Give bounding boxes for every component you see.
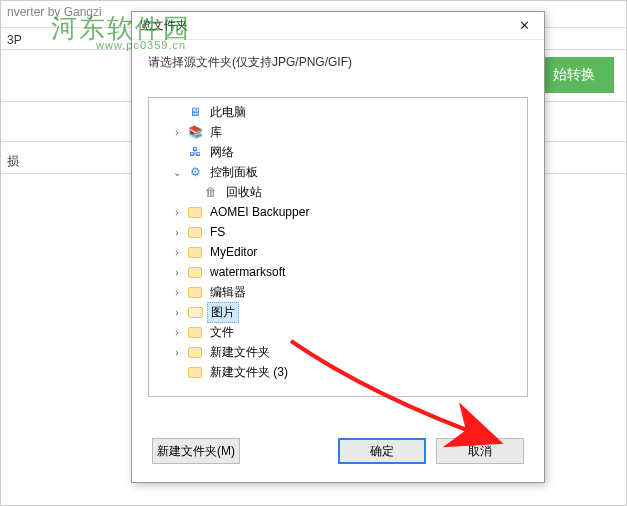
tree-item-label: 新建文件夹 [207,343,273,362]
tree-item[interactable]: 新建文件夹 (3) [149,362,527,382]
tree-item-label: FS [207,224,228,240]
expander-icon[interactable]: › [171,327,183,338]
folder-icon [187,244,203,260]
tree-item[interactable]: ›新建文件夹 [149,342,527,362]
dialog-titlebar: 览文件夹 ✕ [132,12,544,40]
control-panel-icon: ⚙ [187,164,203,180]
tree-item[interactable]: ›编辑器 [149,282,527,302]
tree-item[interactable]: ⌄⚙控制面板 [149,162,527,182]
browse-folder-dialog: 览文件夹 ✕ 请选择源文件夹(仅支持JPG/PNG/GIF) 🖥此电脑›📚库🖧网… [131,11,545,483]
tree-item-label: 新建文件夹 (3) [207,363,291,382]
tree-item[interactable]: ›AOMEI Backupper [149,202,527,222]
tree-item-label: 编辑器 [207,283,249,302]
tree-item-label: 库 [207,123,225,142]
tree-item-label: watermarksoft [207,264,288,280]
folder-tree[interactable]: 🖥此电脑›📚库🖧网络⌄⚙控制面板🗑回收站›AOMEI Backupper›FS›… [148,97,528,397]
expander-icon[interactable]: › [171,267,183,278]
recycle-bin-icon: 🗑 [203,184,219,200]
expander-icon[interactable]: › [171,247,183,258]
folder-open-icon [187,304,203,320]
library-icon: 📚 [187,124,203,140]
tree-item-label: MyEditor [207,244,260,260]
tree-item[interactable]: 🖥此电脑 [149,102,527,122]
bg-row1: 3P [7,33,22,47]
start-convert-button[interactable]: 始转换 [534,57,614,93]
watermark-url: www.pc0359.cn [96,39,186,51]
cancel-button[interactable]: 取消 [436,438,524,464]
bg-row2: 损 [7,153,19,170]
tree-item-label: 图片 [207,302,239,323]
tree-item[interactable]: ›文件 [149,322,527,342]
tree-item[interactable]: ›MyEditor [149,242,527,262]
tree-item-label: 此电脑 [207,103,249,122]
folder-icon [187,204,203,220]
folder-icon [187,364,203,380]
expander-icon[interactable]: › [171,347,183,358]
close-icon: ✕ [519,18,530,33]
new-folder-button[interactable]: 新建文件夹(M) [152,438,240,464]
tree-item[interactable]: ›FS [149,222,527,242]
expander-icon[interactable]: › [171,207,183,218]
tree-item[interactable]: 🖧网络 [149,142,527,162]
tree-item[interactable]: ›watermarksoft [149,262,527,282]
expander-icon[interactable]: ⌄ [171,167,183,178]
expander-icon[interactable]: › [171,127,183,138]
tree-item[interactable]: ›📚库 [149,122,527,142]
dialog-title: 览文件夹 [140,17,510,34]
pc-icon: 🖥 [187,104,203,120]
folder-icon [187,284,203,300]
dialog-instruction: 请选择源文件夹(仅支持JPG/PNG/GIF) [132,40,544,77]
tree-item-label: AOMEI Backupper [207,204,312,220]
folder-icon [187,324,203,340]
expander-icon[interactable]: › [171,287,183,298]
tree-item-label: 回收站 [223,183,265,202]
folder-icon [187,264,203,280]
ok-button[interactable]: 确定 [338,438,426,464]
folder-icon [187,224,203,240]
tree-item-label: 网络 [207,143,237,162]
tree-item-label: 文件 [207,323,237,342]
expander-icon[interactable]: › [171,227,183,238]
tree-item[interactable]: 🗑回收站 [149,182,527,202]
close-button[interactable]: ✕ [510,16,538,36]
app-title-fragment: nverter by Gangzi [7,5,102,19]
network-icon: 🖧 [187,144,203,160]
expander-icon[interactable]: › [171,307,183,318]
tree-item-label: 控制面板 [207,163,261,182]
tree-item[interactable]: ›图片 [149,302,527,322]
folder-icon [187,344,203,360]
